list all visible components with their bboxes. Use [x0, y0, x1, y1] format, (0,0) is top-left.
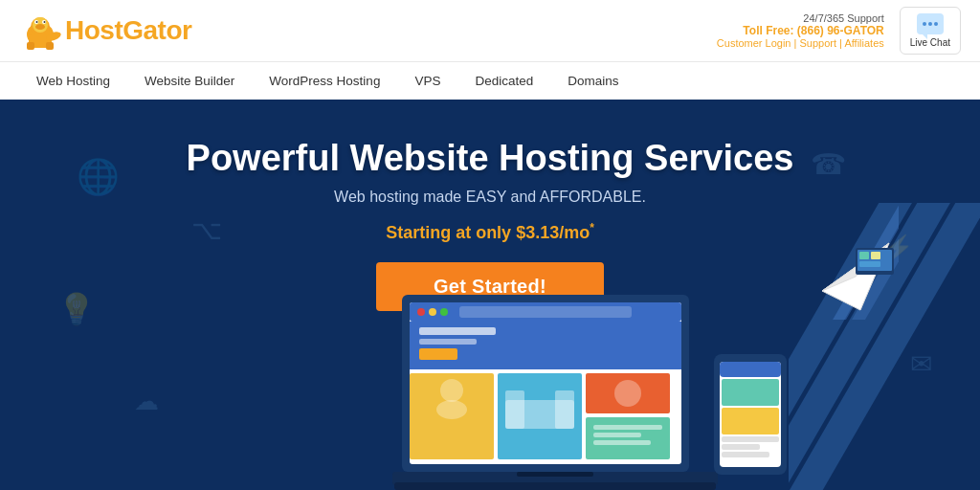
svg-rect-52 — [722, 408, 779, 434]
nav-item-web-hosting[interactable]: Web Hosting — [19, 62, 127, 100]
svg-point-25 — [429, 308, 436, 316]
nav-item-dedicated[interactable]: Dedicated — [457, 62, 550, 100]
svg-rect-47 — [394, 482, 716, 490]
svg-rect-18 — [859, 252, 869, 259]
toll-free: Toll Free: (866) 96-GATOR — [717, 24, 884, 37]
laptop-mockup — [392, 295, 718, 490]
svg-point-7 — [35, 24, 45, 30]
phone-icon: ☎ — [811, 147, 846, 181]
svg-point-24 — [417, 308, 425, 316]
svg-rect-9 — [27, 42, 34, 50]
cloud-icon: ☁ — [134, 387, 159, 416]
live-chat-label: Live Chat — [910, 37, 950, 48]
svg-rect-50 — [720, 362, 781, 377]
svg-point-33 — [440, 379, 463, 402]
svg-rect-53 — [722, 436, 779, 442]
phone-mockup — [712, 352, 789, 480]
chat-dot-3 — [934, 22, 938, 26]
nav-item-website-builder[interactable]: Website Builder — [127, 62, 252, 100]
main-nav: Web Hosting Website Builder WordPress Ho… — [0, 61, 980, 100]
svg-rect-51 — [722, 379, 779, 406]
svg-point-26 — [440, 308, 448, 316]
svg-rect-43 — [593, 433, 641, 437]
toll-free-number[interactable]: (866) 96-GATOR — [797, 24, 884, 37]
svg-rect-20 — [859, 261, 880, 267]
svg-rect-46 — [517, 472, 593, 477]
nav-item-domains[interactable]: Domains — [550, 62, 635, 100]
support-line: 24/7/365 Support — [717, 12, 884, 24]
svg-rect-42 — [593, 425, 662, 430]
branch-icon: ⌥ — [191, 214, 222, 246]
globe-icon: 🌐 — [77, 157, 120, 197]
svg-rect-10 — [46, 42, 54, 50]
price-value: $3.13/mo* — [516, 223, 594, 242]
svg-point-6 — [44, 21, 46, 23]
svg-rect-55 — [722, 452, 769, 457]
svg-rect-30 — [419, 339, 477, 345]
affiliates-link[interactable]: Affiliates — [844, 37, 883, 49]
svg-rect-44 — [593, 440, 651, 445]
header-info: 24/7/365 Support Toll Free: (866) 96-GAT… — [717, 12, 884, 49]
header: HostGator 24/7/365 Support Toll Free: (8… — [0, 0, 980, 61]
chat-dots — [923, 22, 938, 26]
svg-rect-37 — [505, 390, 524, 429]
hero-subtitle: Web hosting made EASY and AFFORDABLE. — [334, 189, 646, 206]
svg-rect-29 — [419, 327, 496, 335]
logo-area[interactable]: HostGator — [19, 8, 191, 54]
lightbulb-icon: 💡 — [57, 291, 96, 327]
customer-login-link[interactable]: Customer Login — [717, 37, 791, 49]
logo-gator-icon — [19, 8, 61, 54]
chat-bubble-icon — [917, 13, 944, 34]
hero-title: Powerful Website Hosting Services — [187, 138, 794, 179]
svg-rect-19 — [871, 252, 880, 259]
chat-dot-2 — [928, 22, 932, 26]
svg-point-5 — [36, 21, 38, 23]
paper-plane-icon — [803, 195, 899, 323]
svg-rect-38 — [555, 390, 574, 429]
chat-dot-1 — [923, 22, 926, 26]
svg-rect-41 — [586, 417, 670, 459]
logo-text: HostGator — [65, 15, 191, 46]
nav-item-vps[interactable]: VPS — [397, 62, 457, 100]
svg-point-34 — [436, 400, 467, 419]
svg-rect-54 — [722, 444, 760, 450]
support-link[interactable]: Support — [799, 37, 836, 49]
header-links: Customer Login | Support | Affiliates — [717, 37, 884, 49]
svg-point-40 — [614, 380, 641, 407]
hero-section: 🌐 ⌥ 💡 ☁ ☎ ⚡ ✉ Powerful Website Hosting S… — [0, 100, 980, 490]
price-prefix: Starting at only — [386, 223, 516, 242]
toll-free-label: Toll Free: — [743, 24, 793, 37]
header-right: 24/7/365 Support Toll Free: (866) 96-GAT… — [717, 7, 961, 55]
nav-item-wordpress-hosting[interactable]: WordPress Hosting — [252, 62, 397, 100]
svg-rect-27 — [459, 306, 632, 318]
hero-price: Starting at only $3.13/mo* — [386, 221, 594, 243]
svg-rect-31 — [419, 348, 457, 360]
live-chat-button[interactable]: Live Chat — [900, 7, 961, 55]
